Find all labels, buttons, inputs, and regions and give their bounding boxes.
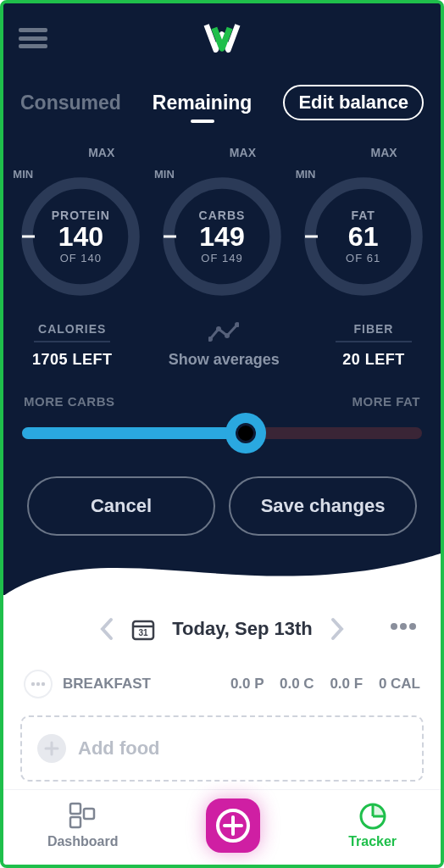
edit-balance-button[interactable]: Edit balance bbox=[283, 85, 424, 120]
svg-point-8 bbox=[225, 333, 230, 338]
meal-protein: 0.0 P bbox=[230, 676, 264, 692]
gauge-protein: MAXMIN PROTEIN 140 OF 140 bbox=[13, 153, 148, 300]
svg-point-17 bbox=[36, 682, 40, 686]
meal-menu-button[interactable] bbox=[24, 670, 53, 698]
gauge-name: FAT bbox=[351, 209, 375, 222]
svg-rect-21 bbox=[70, 804, 80, 814]
add-food-button[interactable]: Add food bbox=[20, 715, 424, 782]
nav-add-button[interactable] bbox=[206, 798, 260, 853]
nav-tracker-label: Tracker bbox=[348, 834, 397, 849]
meal-macros: 0.0 P 0.0 C 0.0 F 0 CAL bbox=[219, 676, 420, 693]
wave-divider bbox=[3, 544, 441, 595]
calendar-icon: 31 bbox=[131, 617, 155, 641]
chart-icon bbox=[208, 322, 239, 344]
fiber-stat: FIBER 20 LEFT bbox=[336, 322, 412, 369]
gauge-fat: MAXMIN FAT 61 OF 61 bbox=[296, 153, 431, 300]
carb-fat-slider[interactable] bbox=[22, 427, 422, 439]
svg-point-15 bbox=[409, 623, 416, 630]
calories-stat: CALORIES 1705 LEFT bbox=[32, 322, 113, 369]
gauge-of: OF 149 bbox=[201, 252, 242, 264]
app-logo bbox=[198, 19, 246, 58]
next-day-button[interactable] bbox=[330, 617, 345, 641]
show-averages-label: Show averages bbox=[169, 351, 280, 368]
svg-point-18 bbox=[42, 682, 45, 686]
slider-label-right: MORE FAT bbox=[352, 394, 420, 409]
tab-consumed[interactable]: Consumed bbox=[20, 92, 121, 114]
calories-value: 1705 LEFT bbox=[32, 351, 113, 369]
meal-row-breakfast: BREAKFAST 0.0 P 0.0 C 0.0 F 0 CAL bbox=[3, 641, 441, 709]
more-options-button[interactable] bbox=[390, 619, 417, 634]
slider-thumb[interactable] bbox=[225, 413, 266, 453]
gauge-value: 61 bbox=[348, 222, 379, 252]
gauge-value: 149 bbox=[199, 222, 244, 252]
meal-calories: 0 CAL bbox=[379, 676, 420, 692]
nav-dashboard[interactable]: Dashboard bbox=[47, 802, 119, 849]
calories-label: CALORIES bbox=[32, 322, 113, 336]
cancel-button[interactable]: Cancel bbox=[27, 476, 215, 536]
gauge-name: CARBS bbox=[199, 209, 246, 222]
plus-circle-icon bbox=[214, 807, 252, 844]
tab-remaining[interactable]: Remaining bbox=[153, 92, 253, 114]
gauge-name: PROTEIN bbox=[52, 209, 110, 222]
prev-day-button[interactable] bbox=[99, 617, 114, 641]
svg-text:31: 31 bbox=[139, 628, 149, 637]
meal-name: BREAKFAST bbox=[63, 676, 151, 693]
max-label: MAX bbox=[230, 146, 256, 159]
fiber-value: 20 LEFT bbox=[336, 351, 412, 369]
add-food-label: Add food bbox=[78, 737, 160, 760]
show-averages-button[interactable]: Show averages bbox=[169, 322, 280, 369]
svg-point-16 bbox=[31, 682, 35, 686]
dashboard-icon bbox=[69, 802, 97, 831]
meal-fat: 0.0 F bbox=[330, 676, 363, 692]
save-changes-button[interactable]: Save changes bbox=[229, 476, 417, 536]
gauge-carbs: MAXMIN CARBS 149 OF 149 bbox=[154, 153, 290, 300]
fiber-label: FIBER bbox=[336, 322, 412, 336]
plus-icon bbox=[37, 734, 66, 763]
menu-button[interactable] bbox=[19, 28, 47, 48]
max-label: MAX bbox=[88, 146, 114, 159]
gauge-value: 140 bbox=[58, 222, 103, 252]
date-display[interactable]: Today, Sep 13th bbox=[172, 618, 312, 640]
svg-rect-23 bbox=[84, 809, 94, 819]
svg-point-13 bbox=[391, 623, 397, 630]
nav-tracker[interactable]: Tracker bbox=[348, 802, 397, 849]
slider-label-left: MORE CARBS bbox=[24, 394, 115, 409]
meal-carbs: 0.0 C bbox=[280, 676, 314, 692]
gauge-of: OF 140 bbox=[60, 252, 102, 264]
svg-point-7 bbox=[216, 326, 221, 331]
svg-point-14 bbox=[400, 623, 407, 630]
max-label: MAX bbox=[371, 146, 397, 159]
nav-dashboard-label: Dashboard bbox=[47, 834, 119, 849]
gauge-of: OF 61 bbox=[346, 252, 380, 264]
tracker-icon bbox=[358, 802, 387, 831]
svg-rect-22 bbox=[70, 817, 80, 827]
